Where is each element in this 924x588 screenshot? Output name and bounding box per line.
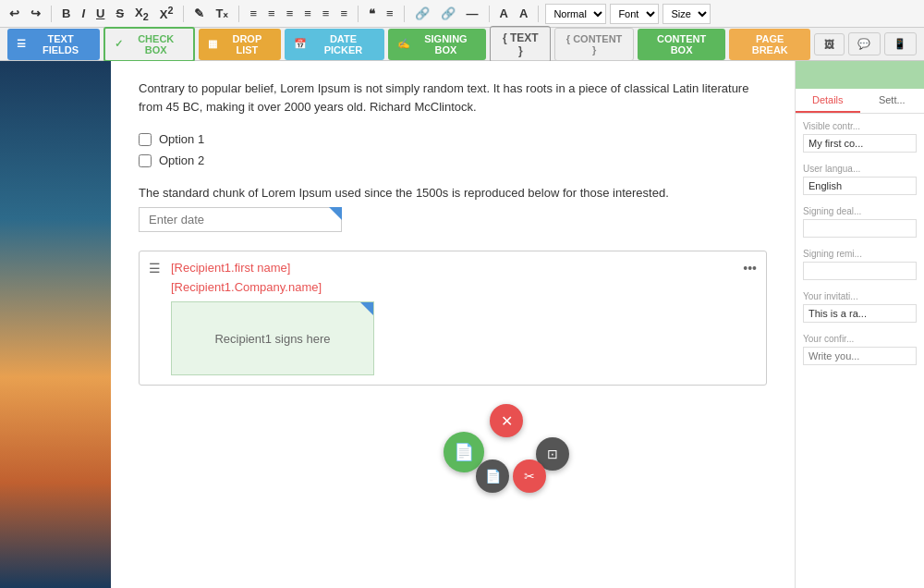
align-left-btn[interactable]: ≡ [283,5,298,22]
page-break-btn[interactable]: PAGE BREAK [729,29,810,60]
details-tab[interactable]: Details [796,89,860,113]
signing-box-more-btn[interactable]: ••• [741,259,759,277]
invitation-field: Your invitati... [796,284,924,326]
drop-list-btn[interactable]: ▦ DROP LIST [199,29,281,60]
sep4 [358,6,359,22]
signing-box-btn[interactable]: ✍ SIGNING BOX [388,29,487,60]
sep5 [404,6,405,22]
date-section: The standard chunk of Lorem Ipsum used s… [139,186,767,232]
main-layout: Contrary to popular belief, Lorem Ipsum … [0,61,924,588]
option2-row: Option 2 [139,153,767,167]
invitation-label: Your invitati... [803,291,917,301]
link-btn[interactable]: 🔗 [411,5,433,22]
date-input[interactable] [139,207,342,232]
sep7 [538,6,539,22]
right-panel-top-bar [796,61,924,89]
ul-btn[interactable]: ≡ [264,5,279,22]
signing-deadline-input[interactable] [803,219,917,238]
subscript-btn[interactable]: X2 [131,4,152,24]
center-content-area: Contrary to popular belief, Lorem Ipsum … [111,61,795,588]
doc-icon: 📄 [454,442,474,462]
fab-doc2-btn[interactable]: 📄 [476,459,509,493]
pen-btn[interactable]: ✎ [190,5,208,22]
check-box-btn[interactable]: ✓ CHECK BOX [103,27,195,62]
clear-format-btn[interactable]: Tₓ [212,5,232,22]
comment-btn[interactable]: 💬 [848,32,881,55]
sign-area[interactable]: Recipient1 signs here [171,301,374,375]
mobile-icon: 📱 [894,38,906,50]
date-picker-icon: 📅 [294,38,307,50]
recipient-field1: [Recipient1.first name] [171,261,757,275]
text-fields-icon: ☰ [17,38,26,50]
option1-label[interactable]: Option 1 [159,132,204,146]
size-select[interactable]: Size [663,4,711,24]
option1-row: Option 1 [139,132,767,146]
sep6 [489,6,490,22]
confirm-input[interactable] [803,347,917,365]
signing-box-menu-btn[interactable]: ☰ [147,259,163,277]
settings-tab[interactable]: Sett... [860,89,925,113]
italic-btn[interactable]: I [78,5,89,22]
image-btn[interactable]: 🖼 [814,33,844,55]
bold-btn[interactable]: B [58,5,74,22]
date-corner-indicator [329,207,342,220]
signing-box: ☰ ••• [Recipient1.first name] [Recipient… [139,251,767,386]
visible-content-input[interactable] [803,134,917,153]
ol-btn[interactable]: ≡ [246,5,261,22]
confirm-field: Your confir... [796,326,924,369]
sep3 [238,6,239,22]
align-center-btn[interactable]: ≡ [300,5,315,22]
scissors-icon: ✂ [524,469,535,484]
content-token-btn[interactable]: { CONTENT } [554,28,634,61]
check-box-icon: ✓ [115,38,123,50]
invitation-input[interactable] [803,304,917,323]
fab-area: ✕ 📄 ⊡ 📄 ✂ [139,404,767,496]
user-language-field: User langua... [796,156,924,199]
fab-close-btn[interactable]: ✕ [490,404,523,437]
date-picker-btn[interactable]: 📅 DATE PICKER [285,29,383,60]
sign-area-text: Recipient1 signs here [214,332,330,346]
content-box-btn[interactable]: CONTENT BOX [638,29,725,60]
text-token-btn[interactable]: { TEXT } [490,26,551,63]
option2-checkbox[interactable] [139,154,152,167]
sep1 [51,6,52,22]
quote-btn[interactable]: ❝ [365,5,379,22]
toolbar-row1: ↩ ↪ B I U S X2 X2 ✎ Tₓ ≡ ≡ ≡ ≡ ≡ ≡ ❝ ≡ 🔗… [0,0,924,28]
underline-btn[interactable]: U [92,5,108,22]
mobile-btn[interactable]: 📱 [884,32,917,55]
redo-btn[interactable]: ↪ [27,5,44,22]
user-language-input[interactable] [803,177,917,195]
drop-list-icon: ▦ [208,38,217,50]
close-icon: ✕ [501,412,513,430]
signing-deadline-label: Signing deal... [803,206,917,216]
option1-checkbox[interactable] [139,133,152,146]
signing-reminder-label: Signing remi... [803,249,917,259]
comment-icon: 💬 [857,38,870,50]
sign-area-corner [360,302,373,315]
justify-btn[interactable]: ≡ [336,5,351,22]
signing-reminder-input[interactable] [803,262,917,280]
toolbar-row2: ☰ TEXT FIELDS ✓ CHECK BOX ▦ DROP LIST 📅 … [0,28,924,61]
hr-btn[interactable]: — [463,5,482,22]
image-icon: 🖼 [824,39,834,50]
fab-scissors-btn[interactable]: ✂ [513,459,546,493]
undo-btn[interactable]: ↩ [6,5,23,22]
unlink-btn[interactable]: 🔗 [437,5,459,22]
strikethrough-btn[interactable]: S [112,5,128,22]
font-color-btn[interactable]: A [496,5,512,22]
indent-btn[interactable]: ≡ [383,5,397,22]
confirm-label: Your confir... [803,334,917,344]
signing-deadline-field: Signing deal... [796,199,924,241]
paragraph2: The standard chunk of Lorem Ipsum used s… [139,186,767,200]
align-right-btn[interactable]: ≡ [319,5,334,22]
option2-label[interactable]: Option 2 [159,153,204,167]
superscript-btn[interactable]: X2 [156,3,177,23]
text-fields-btn[interactable]: ☰ TEXT FIELDS [7,29,100,60]
font-select[interactable]: Font [610,4,659,24]
highlight-btn[interactable]: A [516,5,531,22]
date-input-wrapper [139,207,342,232]
doc2-icon: 📄 [485,469,501,484]
style-select[interactable]: Normal [545,4,606,24]
paragraph1: Contrary to popular belief, Lorem Ipsum … [139,80,767,116]
user-language-label: User langua... [803,164,917,174]
